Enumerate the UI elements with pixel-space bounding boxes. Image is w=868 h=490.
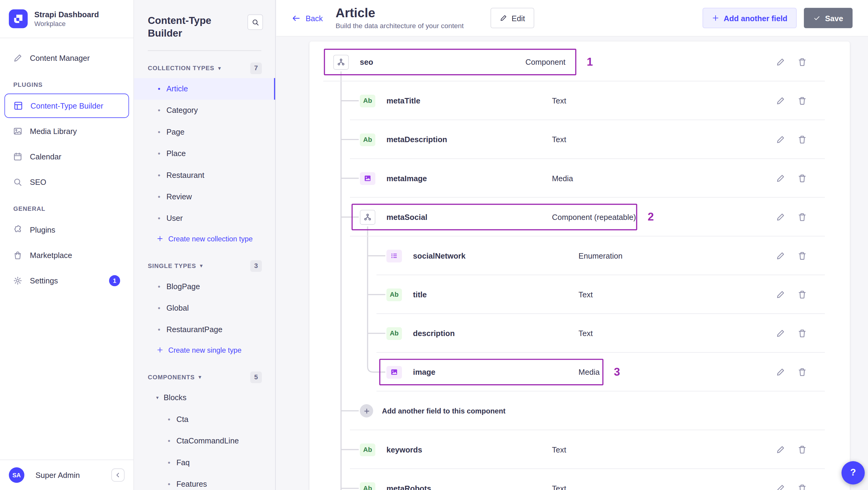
subnav-item-label: RestaurantPage xyxy=(166,325,222,334)
field-row-keywords[interactable]: Ab keywords Text xyxy=(309,430,850,469)
text-field-icon: Ab xyxy=(360,482,375,490)
sidebar-item-content-manager[interactable]: Content Manager xyxy=(4,46,129,70)
edit-field-icon[interactable] xyxy=(776,174,785,183)
annotation-number: 1 xyxy=(587,56,593,68)
delete-field-icon[interactable] xyxy=(798,96,807,105)
delete-field-icon[interactable] xyxy=(798,329,807,338)
sidebar-item-media-library[interactable]: Media Library xyxy=(4,119,129,144)
delete-field-icon[interactable] xyxy=(798,58,807,66)
sidebar-section-general: GENERAL xyxy=(0,195,133,217)
fields-card: seo Component 1 Ab metaTitle Text xyxy=(309,41,850,490)
add-field-button-label: Add another field xyxy=(724,13,787,22)
group-label: SINGLE TYPES xyxy=(148,263,196,269)
edit-button[interactable]: Edit xyxy=(491,8,534,28)
field-row-metatitle[interactable]: Ab metaTitle Text xyxy=(309,81,850,120)
subnav-item-features[interactable]: Features xyxy=(134,473,275,490)
field-row-description[interactable]: Ab description Text xyxy=(309,314,850,353)
field-row-image[interactable]: image Media 3 xyxy=(309,353,850,391)
subnav-category-label: Blocks xyxy=(164,393,186,402)
field-row-title[interactable]: Ab title Text xyxy=(309,275,850,314)
field-row-metadescription[interactable]: Ab metaDescription Text xyxy=(309,120,850,159)
add-another-field-button[interactable]: Add another field xyxy=(703,8,797,28)
edit-field-icon[interactable] xyxy=(776,367,785,376)
page-header: Back Article Build the data architecture… xyxy=(276,0,868,37)
subnav-item-user[interactable]: User xyxy=(134,208,275,229)
group-single-types[interactable]: SINGLE TYPES 3 xyxy=(134,248,275,276)
edit-field-icon[interactable] xyxy=(776,484,785,490)
delete-field-icon[interactable] xyxy=(798,174,807,183)
field-type: Media xyxy=(579,367,600,376)
sidebar-item-settings[interactable]: Settings 1 xyxy=(4,269,129,293)
edit-field-icon[interactable] xyxy=(776,213,785,221)
text-field-icon: Ab xyxy=(360,94,375,107)
sidebar-item-label: Content Manager xyxy=(30,54,90,63)
delete-field-icon[interactable] xyxy=(798,251,807,260)
edit-field-icon[interactable] xyxy=(776,251,785,260)
pencil-icon xyxy=(500,14,507,22)
text-field-icon: Ab xyxy=(386,288,402,301)
edit-field-icon[interactable] xyxy=(776,135,785,144)
count-badge: 3 xyxy=(250,260,261,272)
arrow-left-icon xyxy=(292,13,301,22)
add-field-to-component-row[interactable]: Add another field to this component xyxy=(309,391,850,430)
user-name: Super Admin xyxy=(35,471,80,480)
field-row-metasocial[interactable]: metaSocial Component (repeatable) 2 xyxy=(309,197,850,236)
field-row-metaimage[interactable]: metaImage Media xyxy=(309,159,850,197)
subnav-item-article[interactable]: Article xyxy=(134,78,275,99)
delete-field-icon[interactable] xyxy=(798,445,807,454)
edit-field-icon[interactable] xyxy=(776,290,785,299)
subnav-item-cta[interactable]: Cta xyxy=(134,409,275,430)
save-button[interactable]: Save xyxy=(804,8,852,28)
subnav-item-label: Page xyxy=(166,128,185,136)
subnav-item-category[interactable]: Category xyxy=(134,99,275,121)
field-row-metarobots[interactable]: Ab metaRobots Text xyxy=(309,469,850,490)
subnav-item-restaurant[interactable]: Restaurant xyxy=(134,164,275,186)
subnav-title: Content-Type Builder xyxy=(148,14,237,40)
subnav-category-blocks[interactable]: Blocks xyxy=(134,387,275,408)
delete-field-icon[interactable] xyxy=(798,135,807,144)
edit-field-icon[interactable] xyxy=(776,58,785,66)
sidebar-item-marketplace[interactable]: Marketplace xyxy=(4,243,129,268)
group-collection-types[interactable]: COLLECTION TYPES 7 xyxy=(134,51,275,78)
sidebar-item-content-type-builder[interactable]: Content-Type Builder xyxy=(4,93,129,118)
annotation-number: 3 xyxy=(614,366,620,378)
delete-field-icon[interactable] xyxy=(798,290,807,299)
subnav-item-global[interactable]: Global xyxy=(134,297,275,319)
create-collection-type-link[interactable]: Create new collection type xyxy=(134,229,275,248)
subnav-item-restaurantpage[interactable]: RestaurantPage xyxy=(134,319,275,340)
page-subtitle: Build the data architecture of your cont… xyxy=(336,22,481,30)
delete-field-icon[interactable] xyxy=(798,213,807,221)
back-link[interactable]: Back xyxy=(292,13,323,22)
text-field-icon: Ab xyxy=(360,133,375,146)
count-badge: 7 xyxy=(250,62,261,74)
main-content: Back Article Build the data architecture… xyxy=(276,0,868,490)
subnav-item-label: Review xyxy=(166,192,192,201)
subnav-item-page[interactable]: Page xyxy=(134,121,275,143)
group-components[interactable]: COMPONENTS 5 xyxy=(134,360,275,387)
subnav-item-ctacommandline[interactable]: CtaCommandLine xyxy=(134,430,275,452)
puzzle-icon xyxy=(13,225,23,234)
delete-field-icon[interactable] xyxy=(798,367,807,376)
sidebar-item-calendar[interactable]: Calendar xyxy=(4,145,129,169)
field-row-socialnetwork[interactable]: socialNetwork Enumeration xyxy=(309,237,850,275)
search-button[interactable] xyxy=(247,14,263,30)
subnav-item-blogpage[interactable]: BlogPage xyxy=(134,276,275,297)
edit-button-label: Edit xyxy=(512,13,525,22)
sidebar-item-plugins[interactable]: Plugins xyxy=(4,217,129,242)
sidebar-item-label: Marketplace xyxy=(30,251,72,259)
help-button[interactable]: ? xyxy=(841,461,865,485)
sidebar-item-seo[interactable]: SEO xyxy=(4,170,129,194)
edit-field-icon[interactable] xyxy=(776,445,785,454)
subnav-item-review[interactable]: Review xyxy=(134,186,275,208)
subnav-item-faq[interactable]: Faq xyxy=(134,452,275,473)
delete-field-icon[interactable] xyxy=(798,484,807,490)
field-row-seo[interactable]: seo Component 1 xyxy=(309,43,850,81)
subnav-item-label: BlogPage xyxy=(166,282,200,291)
create-single-type-link[interactable]: Create new single type xyxy=(134,340,275,360)
sidebar-item-label: Plugins xyxy=(30,225,55,234)
collapse-sidebar-button[interactable] xyxy=(111,468,125,482)
edit-field-icon[interactable] xyxy=(776,96,785,105)
subnav-item-label: Cta xyxy=(176,415,188,424)
subnav-item-place[interactable]: Place xyxy=(134,143,275,164)
edit-field-icon[interactable] xyxy=(776,329,785,338)
